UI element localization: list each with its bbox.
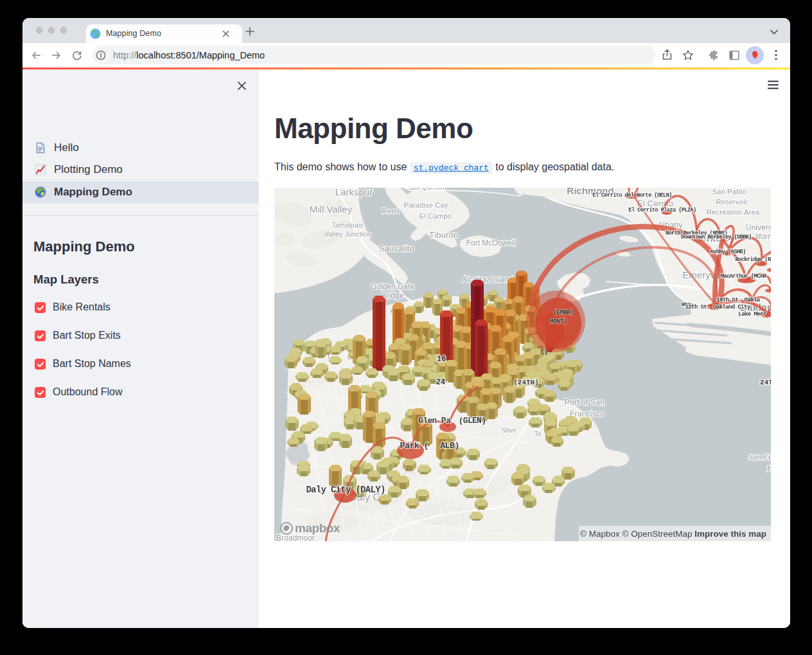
- svg-text:Glen Pa: Glen Pa: [418, 416, 451, 426]
- svg-text:C): C): [540, 348, 547, 356]
- svg-text:B: B: [767, 463, 771, 473]
- svg-text:San Quentin: San Quentin: [409, 188, 445, 191]
- svg-text:mapbox: mapbox: [295, 521, 340, 535]
- svg-text:MacArthur (MCAR: MacArthur (MCAR: [721, 273, 767, 280]
- svg-text:Golden Gate: Golden Gate: [371, 282, 414, 291]
- svg-text:Silve: Silve: [502, 426, 516, 434]
- svg-text:Alcatraz Island: Alcatraz Island: [463, 275, 513, 284]
- svg-text:Valley Junction: Valley Junction: [324, 230, 371, 238]
- svg-text:(GLEN): (GLEN): [459, 416, 486, 426]
- svg-text:San Pablo: San Pablo: [712, 188, 746, 195]
- svg-text:Mill Valley: Mill Valley: [310, 204, 353, 215]
- svg-text:Tiburon: Tiburon: [429, 230, 458, 240]
- svg-text:Fort McDowell: Fort McDowell: [466, 238, 516, 247]
- svg-text:Rockridge (R: Rockridge (R: [736, 256, 771, 263]
- svg-text:MONT): MONT): [550, 318, 567, 325]
- svg-text:San Fr: San Fr: [748, 452, 771, 462]
- svg-text:Paradise Cay: Paradise Cay: [403, 201, 448, 209]
- svg-text:Port of San: Port of San: [565, 398, 605, 407]
- svg-text:El Cerrito Plaza (PLZA): El Cerrito Plaza (PLZA): [628, 207, 696, 213]
- svg-text:© Mapbox © OpenStreetMap Impro: © Mapbox © OpenStreetMap Improve this ma…: [580, 529, 766, 539]
- svg-text:12th St. Oakland City: 12th St. Oakland City: [685, 303, 750, 310]
- svg-text:Park (: Park (: [400, 441, 428, 451]
- svg-text:19th St. Oakla: 19th St. Oakla: [716, 296, 761, 303]
- svg-text:(EMBR): (EMBR): [553, 309, 574, 316]
- svg-text:Ashby (ASHB): Ashby (ASHB): [710, 249, 746, 255]
- svg-text:24: 24: [436, 378, 445, 387]
- svg-text:Universit: Universit: [746, 223, 771, 232]
- svg-text:Reservoir: Reservoir: [716, 198, 747, 206]
- svg-text:Daly City (DALY): Daly City (DALY): [306, 485, 385, 495]
- svg-text:El Campo: El Campo: [419, 212, 452, 220]
- svg-text:ALB): ALB): [440, 441, 459, 451]
- svg-text:Te: Te: [534, 430, 541, 438]
- svg-text:Lake Merr: Lake Merr: [738, 310, 766, 318]
- svg-text:Tamalpais: Tamalpais: [331, 221, 364, 229]
- svg-text:24T: 24T: [760, 379, 771, 386]
- svg-text:16: 16: [437, 355, 446, 364]
- svg-text:Sausalito: Sausalito: [378, 244, 414, 253]
- svg-text:Larkspur: Larkspur: [335, 188, 373, 197]
- svg-text:liforn: liforn: [755, 232, 771, 241]
- svg-text:El Cerrito del Norte (DELN): El Cerrito del Norte (DELN): [592, 192, 672, 199]
- svg-text:Recreation Area: Recreation Area: [707, 208, 760, 216]
- svg-text:Reed: Reed: [382, 207, 400, 215]
- svg-text:Downtown Berkeley (DBRK): Downtown Berkeley (DBRK): [681, 234, 752, 240]
- svg-text:(24TH): (24TH): [513, 379, 539, 386]
